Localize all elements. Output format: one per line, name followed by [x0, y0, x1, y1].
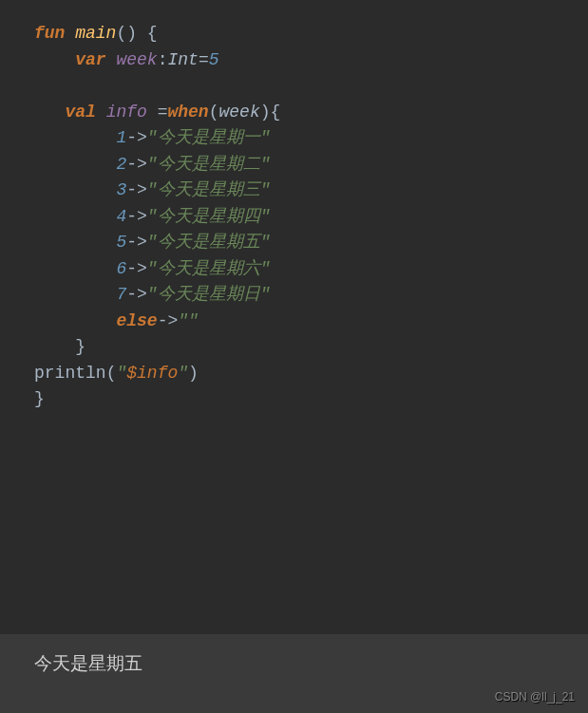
code-line-blank	[34, 73, 588, 100]
number-literal: 2	[116, 155, 126, 174]
output-console: 今天是星期五 CSDN @ll_j_21	[0, 634, 588, 713]
code-line: 3->"今天是星期三"	[34, 178, 588, 204]
keyword-else: else	[116, 311, 157, 330]
string-literal: "今天是星期一"	[147, 128, 271, 147]
variable-name: info	[106, 103, 147, 122]
output-text: 今天是星期五	[34, 654, 142, 675]
keyword-when: when	[167, 103, 208, 122]
code-line: fun main() {	[34, 21, 588, 47]
watermark: CSDN @ll_j_21	[495, 690, 575, 704]
string-literal: "今天是星期六"	[147, 259, 271, 278]
function-call: println	[34, 364, 106, 383]
number-literal: 5	[116, 233, 126, 252]
number-literal: 6	[116, 259, 126, 278]
type-name: Int	[167, 50, 198, 69]
code-line: 6->"今天是星期六"	[34, 256, 588, 283]
string-literal: "今天是星期五"	[147, 233, 271, 252]
code-line: }	[34, 334, 588, 361]
string-literal: "今天是星期三"	[147, 180, 271, 199]
code-line: else->""	[34, 309, 588, 335]
number-literal: 4	[116, 207, 126, 226]
string-literal: ""	[178, 311, 199, 330]
keyword-var: var	[75, 50, 105, 69]
code-editor: fun main() { var week:Int=5 val info =wh…	[0, 0, 588, 634]
number-literal: 3	[116, 180, 126, 199]
number-literal: 1	[116, 128, 126, 147]
code-line: 5->"今天是星期五"	[34, 230, 588, 256]
code-line: val info =when(week){	[34, 100, 588, 126]
code-line: }	[34, 386, 588, 413]
code-line: 4->"今天是星期四"	[34, 204, 588, 231]
code-line: var week:Int=5	[34, 47, 588, 74]
variable-name: week	[116, 50, 157, 69]
string-literal: "今天是星期四"	[147, 207, 271, 226]
string-template: $info	[126, 364, 178, 383]
keyword-fun: fun	[34, 24, 65, 43]
code-line: println("$info")	[34, 361, 588, 387]
keyword-val: val	[65, 103, 95, 122]
function-name: main	[75, 24, 116, 43]
string-literal: "今天是星期日"	[147, 285, 271, 304]
code-line: 2->"今天是星期二"	[34, 152, 588, 178]
code-line: 1->"今天是星期一"	[34, 125, 588, 152]
string-literal: "今天是星期二"	[147, 155, 271, 174]
code-line: 7->"今天是星期日"	[34, 282, 588, 309]
number-literal: 5	[209, 50, 219, 69]
number-literal: 7	[116, 285, 126, 304]
